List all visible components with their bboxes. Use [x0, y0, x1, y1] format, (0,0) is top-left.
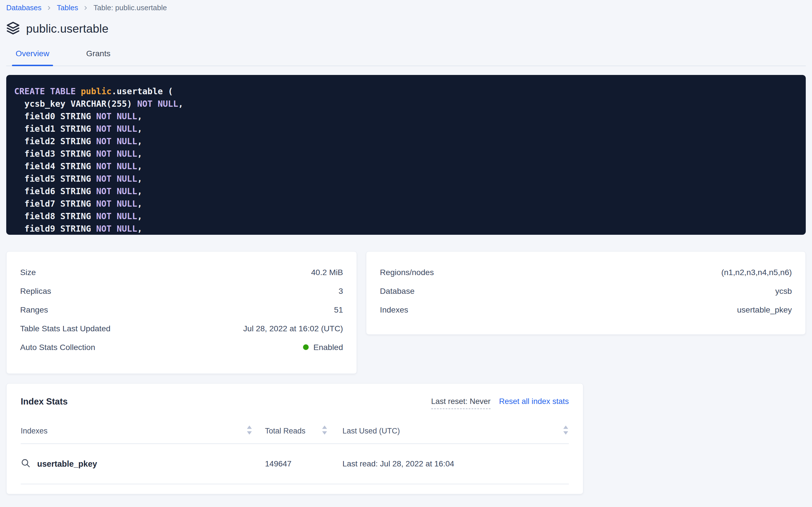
summary-row-database: Database ycsb: [380, 282, 792, 300]
reset-all-index-stats-link[interactable]: Reset all index stats: [499, 397, 569, 406]
green-dot-icon: [303, 344, 309, 350]
breadcrumb: Databases Tables Table: public.usertable: [6, 0, 806, 12]
summary-label: Ranges: [20, 305, 48, 314]
sql-line: field8 STRING NOT NULL,: [14, 210, 799, 223]
sql-line: field5 STRING NOT NULL,: [14, 173, 799, 185]
create-table-sql-block: CREATE TABLE public.usertable ( ycsb_key…: [6, 75, 806, 235]
summary-row-size: Size 40.2 MiB: [20, 263, 343, 282]
summary-cards-row: Size 40.2 MiB Replicas 3 Ranges 51 Table…: [6, 251, 806, 374]
breadcrumb-link-tables[interactable]: Tables: [57, 3, 78, 12]
summary-label: Database: [380, 286, 415, 295]
search-icon: [21, 458, 30, 470]
summary-value: 40.2 MiB: [311, 268, 343, 277]
summary-label: Size: [20, 268, 36, 277]
index-stats-title: Index Stats: [21, 395, 67, 408]
column-header-last-used[interactable]: Last Used (UTC): [342, 426, 569, 437]
sql-line: field3 STRING NOT NULL,: [14, 148, 799, 160]
page-title-row: public.usertable: [6, 21, 806, 36]
index-stats-controls: Last reset: Never Reset all index stats: [431, 397, 569, 409]
column-header-label: Total Reads: [265, 427, 306, 436]
column-header-label: Last Used (UTC): [342, 427, 400, 436]
page-title: public.usertable: [26, 22, 108, 36]
index-stats-table-header: Indexes Total Reads Last Used (UTC): [21, 426, 569, 444]
page: Databases Tables Table: public.usertable…: [0, 0, 812, 494]
chevron-right-icon: [46, 5, 52, 11]
summary-value: usertable_pkey: [737, 305, 792, 314]
summary-value: 3: [338, 286, 343, 295]
last-used-cell: Last read: Jul 28, 2022 at 16:04: [342, 459, 569, 468]
index-name-cell[interactable]: usertable_pkey: [21, 458, 265, 470]
summary-label: Indexes: [380, 305, 408, 314]
tab-bar: Overview Grants: [6, 49, 806, 66]
layers-icon: [6, 21, 20, 36]
sql-line: field0 STRING NOT NULL,: [14, 110, 799, 123]
summary-label: Regions/nodes: [380, 268, 434, 277]
sql-line: field7 STRING NOT NULL,: [14, 198, 799, 210]
summary-row-indexes: Indexes usertable_pkey: [380, 300, 792, 319]
last-reset-tooltip-anchor[interactable]: Last reset: Never: [431, 397, 491, 409]
summary-row-replicas: Replicas 3: [20, 282, 343, 300]
placement-summary-card: Regions/nodes (n1,n2,n3,n4,n5,n6) Databa…: [366, 251, 806, 335]
summary-value: Jul 28, 2022 at 16:02 (UTC): [243, 324, 343, 333]
sql-line: field9 STRING NOT NULL,: [14, 223, 799, 235]
summary-label: Table Stats Last Updated: [20, 324, 110, 333]
sort-arrows-icon[interactable]: [321, 426, 328, 437]
breadcrumb-link-databases[interactable]: Databases: [6, 3, 42, 12]
sql-line: ycsb_key VARCHAR(255) NOT NULL,: [14, 98, 799, 110]
sql-line: field2 STRING NOT NULL,: [14, 135, 799, 148]
status-text: Enabled: [313, 343, 343, 352]
summary-value: 51: [334, 305, 343, 314]
summary-row-auto-stats: Auto Stats Collection Enabled: [20, 338, 343, 356]
summary-value: (n1,n2,n3,n4,n5,n6): [721, 268, 792, 277]
tab-overview[interactable]: Overview: [12, 49, 53, 66]
active-tab-indicator: [12, 65, 53, 66]
status-badge: Enabled: [303, 343, 343, 352]
column-header-indexes[interactable]: Indexes: [21, 426, 265, 437]
total-reads-cell: 149647: [265, 459, 342, 468]
summary-label: Auto Stats Collection: [20, 343, 95, 352]
sql-line: field4 STRING NOT NULL,: [14, 160, 799, 173]
summary-value: ycsb: [775, 286, 792, 295]
summary-label: Replicas: [20, 286, 51, 295]
chevron-right-icon: [82, 5, 89, 11]
index-stats-card: Index Stats Last reset: Never Reset all …: [6, 383, 583, 494]
summary-row-stats-updated: Table Stats Last Updated Jul 28, 2022 at…: [20, 319, 343, 338]
sql-line: field1 STRING NOT NULL,: [14, 123, 799, 135]
sort-arrows-icon[interactable]: [246, 426, 252, 437]
index-name: usertable_pkey: [37, 459, 97, 469]
table-summary-card: Size 40.2 MiB Replicas 3 Ranges 51 Table…: [6, 251, 357, 374]
sql-line: CREATE TABLE public.usertable (: [14, 85, 799, 98]
sort-arrows-icon[interactable]: [563, 426, 569, 437]
summary-row-ranges: Ranges 51: [20, 300, 343, 319]
index-stats-header: Index Stats Last reset: Never Reset all …: [21, 395, 569, 409]
column-header-label: Indexes: [21, 427, 48, 436]
sql-line: field6 STRING NOT NULL,: [14, 185, 799, 198]
summary-row-regions: Regions/nodes (n1,n2,n3,n4,n5,n6): [380, 263, 792, 282]
tab-grants[interactable]: Grants: [82, 49, 114, 66]
table-row[interactable]: usertable_pkey 149647 Last read: Jul 28,…: [21, 444, 569, 484]
breadcrumb-current: Table: public.usertable: [93, 3, 167, 12]
tab-overview-label: Overview: [16, 49, 49, 58]
tab-grants-label: Grants: [86, 49, 111, 58]
column-header-total-reads[interactable]: Total Reads: [265, 426, 342, 437]
